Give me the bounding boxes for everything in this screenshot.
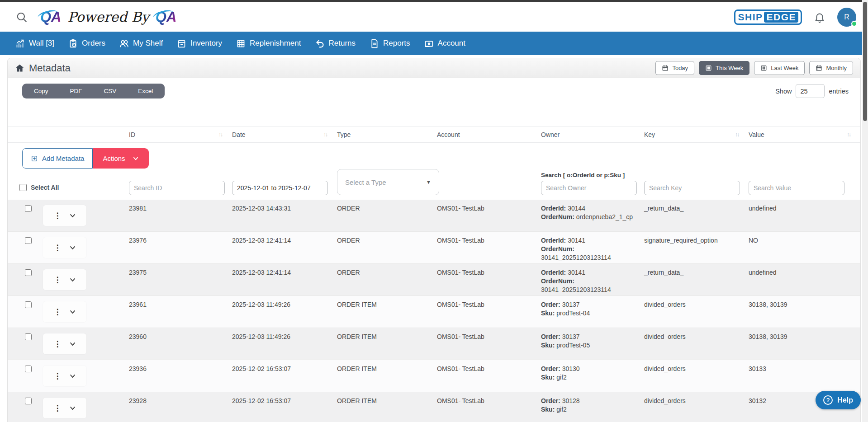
nav-item-reports[interactable]: Reports — [370, 39, 410, 48]
row-menu-button[interactable]: ⋮ — [43, 398, 86, 418]
row-menu-button[interactable]: ⋮ — [43, 237, 86, 258]
nav-item-label: Wall [3] — [29, 39, 54, 48]
cell-owner: Order: 30137Sku: prodTest-04 — [541, 300, 644, 328]
expand-chevron-icon[interactable] — [69, 341, 76, 347]
column-header-id[interactable]: ID↑↓ — [129, 131, 232, 138]
column-header-key[interactable]: Key↑↓ — [644, 131, 749, 138]
kebab-menu-icon[interactable]: ⋮ — [54, 339, 62, 349]
row-menu-button[interactable]: ⋮ — [43, 269, 86, 290]
select-all-label: Select All — [31, 184, 59, 191]
notifications-bell-icon[interactable] — [814, 11, 825, 23]
expand-chevron-icon[interactable] — [69, 373, 76, 380]
kebab-menu-icon[interactable]: ⋮ — [54, 211, 62, 220]
export-csv-button[interactable]: CSV — [93, 88, 128, 94]
range-button-last-week[interactable]: Last Week — [754, 61, 805, 75]
export-copy-button[interactable]: Copy — [23, 88, 59, 94]
entries-input[interactable] — [796, 84, 825, 98]
row-menu-button[interactable]: ⋮ — [43, 366, 86, 386]
column-header-value[interactable]: Value↑↓ — [749, 131, 860, 138]
cell-key: divided_orders — [644, 365, 749, 392]
type-select-placeholder: Select a Type — [345, 178, 386, 186]
nav-item-label: Orders — [82, 39, 105, 48]
table-row: ⋮239282025-12-02 16:53:07ORDER ITEMOMS01… — [8, 392, 860, 422]
actions-button[interactable]: Actions — [93, 148, 148, 169]
sort-icon[interactable]: ↑↓ — [323, 131, 337, 138]
cell-owner: OrderId: 30141OrderNum: 30141_2025120312… — [541, 236, 644, 263]
cell-account: OMS01- TestLab — [437, 397, 541, 422]
cell-account: OMS01- TestLab — [437, 300, 541, 328]
nav-item-label: Inventory — [190, 39, 222, 48]
search-icon[interactable] — [16, 11, 28, 23]
file-icon — [370, 39, 379, 48]
cell-account: OMS01- TestLab — [437, 365, 541, 392]
cell-type: ORDER ITEM — [337, 397, 437, 422]
vertical-scrollbar[interactable] — [862, 0, 868, 422]
online-status-dot — [851, 21, 857, 27]
range-button-this-week[interactable]: This Week — [699, 61, 749, 75]
nav-item-my-shelf[interactable]: My Shelf — [119, 39, 163, 48]
select-all-checkbox[interactable] — [19, 184, 27, 191]
column-header-date[interactable]: Date↑↓ — [232, 131, 337, 138]
export-excel-button[interactable]: Excel — [127, 88, 164, 94]
row-checkbox[interactable] — [25, 237, 32, 244]
nav-item-label: Account — [438, 39, 465, 48]
nav-item-replenishment[interactable]: Replenishment — [236, 39, 301, 48]
row-checkbox[interactable] — [25, 269, 32, 276]
app-header: QA Powered By QA SHIPEDGE R — [0, 2, 868, 32]
page-header: Metadata TodayThis WeekLast WeekMonthly — [8, 58, 860, 78]
sort-icon[interactable]: ↑↓ — [847, 131, 860, 138]
date-range-input[interactable] — [232, 181, 328, 195]
cell-value: 30138, 30139 — [749, 333, 860, 360]
nav-item-orders[interactable]: Orders — [68, 39, 105, 48]
kebab-menu-icon[interactable]: ⋮ — [54, 243, 62, 253]
row-checkbox[interactable] — [25, 205, 32, 212]
expand-chevron-icon[interactable] — [69, 309, 76, 315]
row-checkbox[interactable] — [25, 366, 32, 372]
search-owner-input[interactable] — [541, 181, 637, 195]
columns-icon — [760, 65, 767, 71]
cell-account: OMS01- TestLab — [437, 333, 541, 360]
content-card: Metadata TodayThis WeekLast WeekMonthly … — [7, 58, 861, 422]
cell-type: ORDER — [337, 236, 437, 263]
export-pdf-button[interactable]: PDF — [59, 88, 93, 94]
expand-chevron-icon[interactable] — [69, 277, 76, 283]
expand-chevron-icon[interactable] — [69, 244, 76, 251]
entries-label: entries — [829, 88, 849, 95]
kebab-menu-icon[interactable]: ⋮ — [54, 371, 62, 381]
expand-chevron-icon[interactable] — [69, 405, 76, 412]
scrollbar-thumb[interactable] — [863, 2, 867, 121]
cell-account: OMS01- TestLab — [437, 236, 541, 263]
row-checkbox[interactable] — [25, 398, 32, 404]
row-checkbox[interactable] — [25, 301, 32, 308]
help-button[interactable]: ? Help — [816, 391, 861, 409]
expand-chevron-icon[interactable] — [69, 212, 76, 219]
range-button-monthly[interactable]: Monthly — [809, 61, 853, 75]
columns-icon — [705, 65, 712, 71]
row-menu-button[interactable]: ⋮ — [43, 205, 86, 226]
triangle-down-icon: ▼ — [426, 179, 431, 185]
avatar[interactable]: R — [837, 8, 856, 27]
type-select[interactable]: Select a Type ▼ — [337, 169, 439, 195]
kebab-menu-icon[interactable]: ⋮ — [54, 403, 62, 413]
search-value-input[interactable] — [749, 181, 844, 195]
undo-icon — [315, 39, 325, 48]
kebab-menu-icon[interactable]: ⋮ — [54, 275, 62, 285]
range-button-today[interactable]: Today — [655, 61, 694, 75]
add-metadata-button[interactable]: Add Metadata — [22, 148, 93, 169]
search-key-input[interactable] — [644, 181, 740, 195]
kebab-menu-icon[interactable]: ⋮ — [54, 307, 62, 317]
cell-key: _return_data_ — [644, 268, 749, 295]
search-id-input[interactable] — [129, 181, 225, 195]
nav-item-returns[interactable]: Returns — [315, 39, 356, 48]
owner-search-hint: Search [ o:OrderId or p:Sku ] — [541, 172, 644, 178]
cell-date: 2025-12-03 11:49:26 — [232, 300, 337, 328]
row-checkbox[interactable] — [25, 333, 32, 340]
row-menu-button[interactable]: ⋮ — [43, 333, 86, 354]
nav-item-account[interactable]: Account — [424, 39, 465, 48]
sort-icon[interactable]: ↑↓ — [218, 131, 232, 138]
nav-item-wall-3[interactable]: Wall [3] — [15, 39, 54, 48]
row-menu-button[interactable]: ⋮ — [43, 301, 86, 322]
nav-item-inventory[interactable]: Inventory — [177, 39, 222, 48]
sort-icon[interactable]: ↑↓ — [735, 131, 749, 138]
page-title: Metadata — [29, 62, 71, 74]
